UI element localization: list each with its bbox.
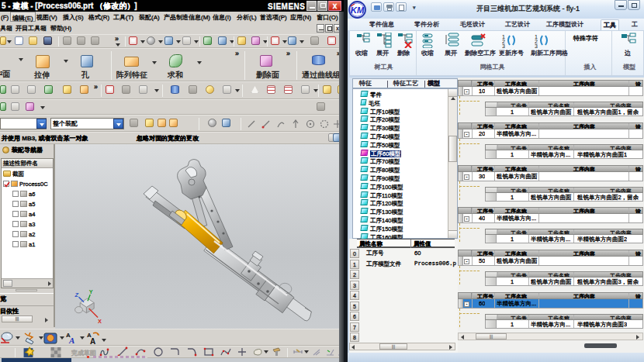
svg-text:A: A [68, 336, 74, 345]
svg-text:X: X [98, 318, 102, 325]
svg-text:A: A [90, 337, 95, 345]
svg-text:Z: Z [74, 291, 79, 298]
svg-text:KM: KM [351, 5, 365, 15]
svg-text:3: 3 [502, 43, 505, 48]
svg-text:3: 3 [535, 43, 538, 48]
svg-text:Y: Y [89, 288, 93, 295]
